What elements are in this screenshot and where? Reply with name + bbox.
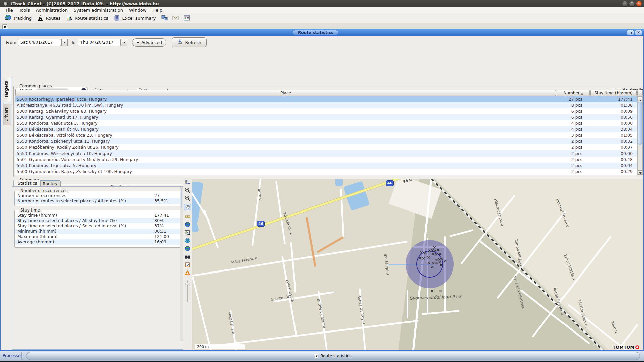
cell-number: 2 pcs: [552, 163, 590, 169]
cell-number: 2 pcs: [552, 150, 590, 157]
street-label: Rácz Lajos u.: [227, 311, 236, 336]
excel-summary-button[interactable]: Excel summary: [112, 14, 158, 23]
column-header-number[interactable]: Number △: [557, 90, 590, 96]
child-close-button[interactable]: ✕: [635, 30, 642, 35]
stat-row: Minimum (hh:mm) 00:31: [15, 229, 180, 234]
tracking-button[interactable]: Tracking: [3, 14, 34, 23]
visit-marker-icon: [438, 252, 442, 256]
cell-number: 27 pcs: [552, 96, 590, 102]
refresh-button[interactable]: Refresh: [172, 37, 207, 47]
pan-hand-icon[interactable]: [184, 204, 191, 210]
menu-item[interactable]: Tools: [16, 7, 33, 13]
column-header-staytime[interactable]: Stay time (hh:mm): [590, 90, 637, 96]
scroll-down-icon[interactable]: [638, 170, 642, 175]
road-shield-46: 46: [257, 221, 265, 227]
table-row[interactable]: 5501 Gyomaendrőd, Vörösmarty Mihály utca…: [15, 157, 637, 163]
clipboard-check-icon[interactable]: [184, 261, 191, 268]
layers-icon[interactable]: [184, 179, 191, 186]
close-button[interactable]: ✕: [636, 1, 642, 7]
table-row[interactable]: 5300 Karcag, Gyarmati út 17, Hungary 6 p…: [15, 114, 637, 120]
scroll-icon: [113, 14, 120, 22]
cell-place: 5300 Karcag, Szivárvány utca 83, Hungary: [15, 108, 552, 114]
visit-marker-icon: [422, 256, 426, 260]
globe-route-icon[interactable]: [184, 237, 191, 244]
stats-scrollbar[interactable]: [180, 187, 183, 341]
globe-icon[interactable]: [184, 221, 191, 228]
common-places-group-label: Common places: [18, 84, 53, 88]
visit-marker-icon: [439, 289, 443, 293]
map-canvas[interactable]: 4646 Fő uImre u.Kós Károly u.Móra Ferenc…: [192, 179, 643, 350]
visit-marker-icon: [433, 245, 437, 249]
stat-value: 80%: [154, 218, 164, 223]
menu-item[interactable]: Administration: [33, 7, 71, 13]
table-row[interactable]: 5300 Karcag, Szivárvány utca 83, Hungary…: [15, 108, 637, 114]
tab-routes[interactable]: Routes: [39, 180, 61, 187]
stat-label: Minimum (hh:mm): [15, 229, 56, 234]
cell-staytime: 00:07: [590, 144, 637, 150]
warning-triangle-icon[interactable]: [184, 269, 191, 276]
map-search-icon[interactable]: [184, 229, 191, 236]
cell-staytime: 00:00: [590, 150, 637, 157]
zoom-out-icon[interactable]: [184, 187, 191, 194]
table-row[interactable]: 5553 Kondoros, Wesselényi utca 10, Hunga…: [15, 150, 637, 157]
zoom-in-icon[interactable]: [184, 195, 191, 202]
from-date-dropdown[interactable]: [61, 39, 68, 46]
cell-staytime: 177:41: [590, 96, 637, 102]
routes-button[interactable]: Routes: [36, 14, 63, 23]
globe-green-icon[interactable]: [184, 245, 191, 252]
report-button[interactable]: [182, 14, 192, 23]
tab-targets[interactable]: Targets: [3, 77, 11, 102]
cell-staytime: 00:32: [590, 138, 637, 144]
cell-number: 6 pcs: [552, 114, 590, 120]
table-row[interactable]: 5650 Mezőberény, Kodály Zoltán út 26, Hu…: [15, 144, 637, 150]
mail-button[interactable]: [171, 14, 180, 23]
water-area: [335, 179, 343, 186]
table-row[interactable]: 5500 Kocsorhegy, Ipartelepi utca, Hungar…: [15, 96, 637, 102]
maximize-button[interactable]: ▢: [629, 1, 635, 7]
stat-label: Stay time on selected places / All stay …: [15, 218, 117, 223]
stat-value: 00:31: [154, 229, 166, 234]
street: [192, 277, 212, 350]
network-button[interactable]: [160, 14, 169, 23]
cell-number: 4 pcs: [552, 120, 590, 126]
table-row[interactable]: 5553 Kondoros, Vasút utca 3, Hungary 4 p…: [15, 120, 637, 126]
to-date-dropdown[interactable]: [121, 39, 127, 46]
minimize-button[interactable]: –: [622, 1, 628, 7]
cell-place: 5600 Békéscsaba, Víztároló utca 23, Hung…: [15, 132, 552, 138]
street: [290, 242, 296, 293]
table-row[interactable]: 5553 Kondoros, Liget utca 5, Hungary 2 p…: [15, 163, 637, 169]
table-row[interactable]: 5600 Békéscsaba, Ipari út 40, Hungary 4 …: [15, 126, 637, 132]
tab-drivers[interactable]: Drivers: [3, 104, 11, 125]
advanced-button[interactable]: Advanced: [132, 38, 166, 47]
occurrences-group: Number of occurrences Number of occurren…: [14, 191, 181, 206]
street-label: Ipartelepi u.: [384, 254, 390, 276]
to-date-field[interactable]: Thu 04/20/2017: [78, 39, 121, 46]
scrollbar-thumb[interactable]: [638, 102, 642, 145]
map-zoom-slider-handle[interactable]: [185, 283, 190, 285]
table-row[interactable]: 5600 Békéscsaba, Víztároló utca 23, Hung…: [15, 132, 637, 138]
table-scrollbar[interactable]: [637, 96, 643, 175]
table-row[interactable]: Alsórészitanya, 4632 road (3.30 km, SW),…: [15, 102, 637, 108]
visit-marker-icon: [439, 263, 443, 267]
table-row[interactable]: 5500 Gyomaendrőd, Bajcsy-Zsilinszky út 1…: [15, 169, 637, 175]
menu-item[interactable]: Window: [126, 7, 149, 13]
binoculars-icon[interactable]: [184, 253, 191, 260]
menu-item[interactable]: File: [3, 7, 16, 13]
menu-item[interactable]: Help: [149, 7, 165, 13]
from-label: From: [6, 40, 16, 45]
child-restore-button[interactable]: [627, 30, 634, 35]
menu-item[interactable]: System administration: [71, 7, 126, 13]
processes-label[interactable]: Processes: [3, 353, 22, 358]
ruler-icon[interactable]: [184, 213, 191, 220]
cell-staytime: 00:09: [590, 108, 637, 114]
route-statistics-button[interactable]: Route statistics: [65, 14, 111, 23]
computer-network-icon: [161, 14, 168, 22]
screen: iTrack Client - (C)2005-2017 iData Kft. …: [0, 0, 644, 362]
column-header-place[interactable]: Place: [15, 90, 556, 96]
from-date-field[interactable]: Sat 04/01/2017: [18, 39, 61, 46]
tab-statistics[interactable]: Statistics: [14, 180, 41, 186]
scroll-up-icon[interactable]: [638, 97, 642, 101]
table-row[interactable]: 5553 Kondoros, Széchenyi utca 11, Hungar…: [15, 138, 637, 144]
places-table: 5500 Kocsorhegy, Ipartelepi utca, Hungar…: [15, 96, 637, 175]
taskbar-route-statistics[interactable]: Route statistics: [26, 352, 640, 360]
